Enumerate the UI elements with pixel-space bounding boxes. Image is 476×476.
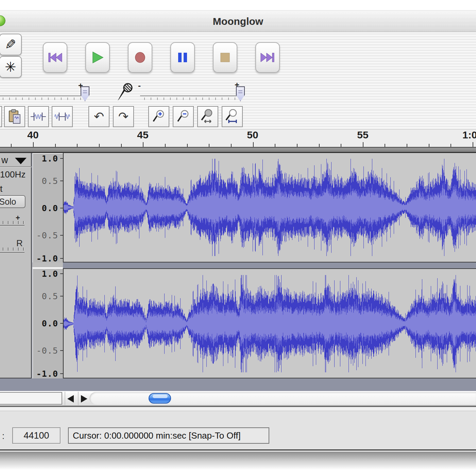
track-menu-dropdown-icon[interactable] bbox=[15, 158, 27, 164]
pan-right-label: R bbox=[16, 238, 23, 249]
vertical-ruler-label: 1.0 bbox=[42, 269, 58, 279]
waveform-ch2-canvas[interactable] bbox=[64, 269, 476, 378]
zoom-out-button[interactable] bbox=[173, 106, 194, 127]
play-button[interactable] bbox=[85, 42, 110, 73]
input-volume-thumb[interactable] bbox=[236, 86, 245, 101]
input-volume-minus-label: - bbox=[138, 82, 141, 90]
waveform-ch1-canvas[interactable] bbox=[64, 153, 476, 262]
cursor-status-box: Cursor: 0:00.000000 min:sec [Snap-To Off… bbox=[68, 427, 269, 444]
multi-tool-button[interactable]: ✳ bbox=[0, 56, 22, 78]
redo-button[interactable]: ↷ bbox=[113, 106, 134, 127]
track-region: w 100Hz t Solo + R 1.00.50.0-0.5-1.0 1.0… bbox=[0, 153, 476, 391]
fit-project-button[interactable] bbox=[222, 106, 243, 127]
timeline-minor-tick bbox=[319, 144, 320, 147]
gain-slider[interactable] bbox=[0, 225, 24, 226]
timeline-minor-tick bbox=[55, 144, 56, 147]
trim-waveform-icon bbox=[31, 111, 46, 123]
scroll-right-arrow-icon[interactable] bbox=[81, 395, 87, 403]
zoom-in-button[interactable] bbox=[148, 106, 169, 127]
slider-tick bbox=[29, 98, 29, 100]
audacity-window: Moonglow ✎ ✳ bbox=[0, 0, 476, 476]
window-title: Moonglow bbox=[0, 11, 476, 32]
skip-to-start-button[interactable] bbox=[43, 42, 67, 73]
timeline-minor-tick bbox=[385, 144, 385, 147]
timeline-label: 45 bbox=[137, 129, 148, 141]
timeline-label: 55 bbox=[357, 129, 368, 141]
scroll-thumb-highlight bbox=[153, 395, 168, 398]
slider-tick bbox=[189, 98, 190, 100]
slider-tick bbox=[16, 98, 16, 100]
output-volume-thumb[interactable] bbox=[81, 86, 89, 101]
timeline-minor-tick bbox=[275, 144, 275, 147]
slider-tick bbox=[183, 98, 184, 100]
slider-tick bbox=[222, 98, 222, 100]
timeline-minor-tick bbox=[99, 144, 100, 147]
slider-tick bbox=[74, 98, 74, 100]
slider-tick bbox=[164, 98, 164, 100]
scroll-left-arrow-icon[interactable] bbox=[67, 395, 74, 403]
timeline-minor-tick bbox=[187, 144, 188, 147]
slider-tick bbox=[67, 98, 68, 100]
slider-tick bbox=[3, 98, 3, 100]
undo-button[interactable]: ↶ bbox=[88, 106, 109, 127]
slider-tick bbox=[35, 98, 36, 100]
fit-selection-button[interactable] bbox=[197, 106, 218, 127]
timeline-major-tick bbox=[363, 142, 363, 147]
slider-tick bbox=[170, 98, 171, 100]
waveform-ch1[interactable] bbox=[63, 153, 476, 262]
multi-tool-star-icon: ✳ bbox=[5, 60, 16, 74]
timeline-minor-tick bbox=[77, 144, 78, 147]
vertical-ruler-tick bbox=[60, 158, 63, 159]
vertical-ruler-tick bbox=[60, 181, 63, 181]
input-volume-slider[interactable] bbox=[140, 96, 244, 96]
zoom-in-magnifier-icon bbox=[152, 110, 166, 123]
skip-to-end-icon bbox=[260, 52, 275, 63]
record-button[interactable] bbox=[128, 42, 152, 73]
slider-tick bbox=[215, 98, 216, 100]
vertical-ruler-ch1[interactable]: 1.00.50.0-0.5-1.0 bbox=[32, 153, 63, 262]
trim-outside-selection-button[interactable] bbox=[28, 106, 49, 127]
skip-to-end-button[interactable] bbox=[255, 42, 280, 73]
slider-tick bbox=[235, 98, 235, 100]
zoom-out-magnifier-icon bbox=[176, 110, 190, 123]
track-control-panel[interactable]: w 100Hz t Solo + R bbox=[0, 153, 32, 378]
output-volume-slider[interactable] bbox=[0, 96, 83, 96]
mini-slider-tick bbox=[8, 221, 8, 224]
play-icon bbox=[91, 51, 104, 64]
slider-tick bbox=[41, 98, 42, 100]
waveform-ch2[interactable] bbox=[63, 268, 476, 378]
horizontal-scrollbar-track[interactable] bbox=[89, 392, 476, 405]
silence-selection-button[interactable] bbox=[52, 106, 73, 127]
pause-button[interactable] bbox=[170, 42, 195, 73]
timeline-minor-tick bbox=[297, 144, 298, 147]
solo-button[interactable]: Solo bbox=[0, 195, 26, 208]
vertical-ruler-tick bbox=[60, 273, 63, 274]
horizontal-scrollbar-thumb[interactable] bbox=[149, 393, 171, 404]
microphone-icon bbox=[116, 83, 133, 102]
record-icon bbox=[134, 51, 146, 64]
status-top-strip bbox=[0, 407, 476, 411]
cut-button[interactable] bbox=[0, 106, 2, 127]
window-bottom-shadow bbox=[0, 452, 476, 476]
title-bar[interactable]: Moonglow bbox=[0, 10, 476, 32]
paste-button[interactable] bbox=[4, 106, 25, 127]
undo-arrow-icon: ↶ bbox=[94, 111, 104, 123]
timeline-minor-tick bbox=[451, 144, 451, 147]
vertical-ruler-label: 0.5 bbox=[42, 291, 58, 301]
vertical-ruler-tick bbox=[60, 208, 63, 208]
pan-slider[interactable] bbox=[0, 252, 24, 253]
slider-tick bbox=[144, 98, 145, 100]
mini-slider-tick bbox=[3, 248, 3, 251]
vertical-ruler-tick bbox=[60, 323, 63, 324]
slider-tick bbox=[9, 98, 10, 100]
timeline-ruler[interactable]: 404550551:00 bbox=[0, 129, 476, 148]
timeline-major-tick bbox=[33, 142, 34, 147]
timeline-major-tick bbox=[143, 142, 143, 147]
draw-tool-button[interactable]: ✎ bbox=[0, 34, 22, 55]
stop-icon bbox=[219, 52, 231, 63]
vertical-ruler-ch2[interactable]: 1.00.50.0-0.5-1.0 bbox=[32, 268, 63, 378]
channel-ruler-gap bbox=[32, 262, 63, 268]
project-rate-box[interactable]: 44100 bbox=[12, 427, 61, 444]
stop-button[interactable] bbox=[213, 42, 237, 73]
timeline-label: 40 bbox=[27, 129, 38, 141]
